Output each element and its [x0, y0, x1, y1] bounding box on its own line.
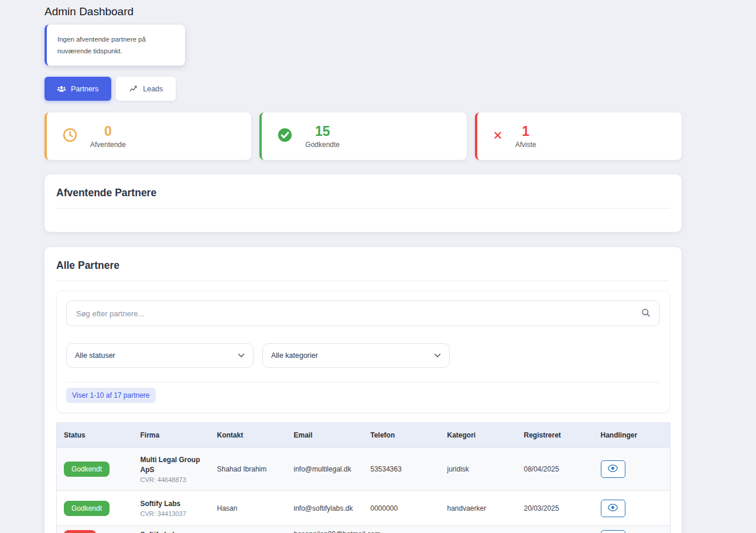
registreret-cell: 20/03/2025: [517, 491, 594, 526]
table-row: Godkendt Softify Labs CVR: 34413037 Hasa…: [57, 491, 671, 526]
view-partner-button[interactable]: [601, 500, 625, 517]
firma-name: Softify Labs: [141, 499, 203, 509]
column-header-handlinger: Handlinger: [594, 423, 671, 447]
firma-cvr: CVR: 44648873: [141, 476, 203, 483]
firma-name: Multi Legal Group ApS: [141, 455, 203, 475]
email-cell: info@softifylabs.dk: [287, 491, 364, 526]
firma-cvr: CVR: 34413037: [141, 510, 203, 517]
users-icon: [57, 86, 66, 93]
status-filter-value: Alle statuser: [75, 351, 115, 360]
filter-panel: Alle statuser Alle kategorier Viser 1-10…: [56, 291, 670, 413]
kategori-cell: juridisk: [440, 447, 517, 491]
view-partner-button[interactable]: [601, 530, 625, 533]
section-divider: [56, 281, 670, 281]
admin-dashboard-page: Admin Dashboard Ingen afventende partner…: [45, 4, 682, 533]
approved-label: Godkendte: [305, 141, 340, 149]
email-cell: info@multilegal.dk: [287, 447, 364, 491]
pending-partners-section: Afventende Partnere: [45, 175, 682, 232]
rejected-label: Afviste: [515, 141, 536, 149]
status-badge: Afvist: [64, 530, 96, 533]
column-header-email: Email: [287, 423, 364, 447]
partners-table: Status Firma Kontakt Email Telefon Kateg…: [56, 422, 671, 533]
column-header-firma: Firma: [134, 423, 210, 447]
x-icon: [493, 131, 502, 142]
category-filter-value: Alle kategorier: [271, 351, 318, 360]
kontakt-cell: [210, 526, 287, 533]
eye-icon: [608, 504, 618, 513]
chevron-down-icon: [238, 351, 245, 360]
stat-card-approved: 15 Godkendte: [259, 112, 466, 160]
stat-cards-row: 0 Afventende 15 Godkendte 1 Afviste: [45, 112, 682, 160]
section-divider: [56, 208, 670, 209]
all-partners-title: Alle Partnere: [56, 259, 670, 272]
pending-notice-text: Ingen afventende partnere på nuværende t…: [57, 36, 146, 54]
category-filter-select[interactable]: Alle kategorier: [262, 343, 450, 368]
status-badge: Godkendt: [64, 462, 110, 477]
tab-leads-label: Leads: [143, 85, 163, 93]
chart-line-icon: [129, 85, 138, 93]
column-header-registreret: Registreret: [517, 423, 594, 447]
tab-partners-label: Partners: [71, 85, 98, 93]
pending-partners-title: Afventende Partnere: [56, 186, 670, 200]
column-header-kategori: Kategori: [440, 423, 517, 447]
page-title: Admin Dashboard: [45, 4, 682, 19]
kontakt-cell: Hasan: [210, 491, 287, 526]
firma-name: Softify Labs: [141, 530, 203, 533]
registreret-cell: 08/04/2025: [517, 447, 594, 491]
tab-partners[interactable]: Partners: [45, 77, 111, 101]
clock-icon: [63, 128, 77, 145]
kategori-cell: handvaerker: [440, 491, 517, 526]
pending-label: Afventende: [90, 141, 126, 149]
search-icon: [641, 308, 651, 320]
rejected-count: 1: [515, 124, 536, 139]
results-count-badge: Viser 1-10 af 17 partnere: [66, 388, 156, 403]
panel-divider: [66, 382, 660, 382]
search-input[interactable]: [66, 300, 660, 326]
status-badge: Godkendt: [64, 501, 110, 516]
kategori-cell: [440, 526, 517, 533]
kontakt-cell: Shahad Ibrahim: [210, 447, 287, 491]
view-partner-button[interactable]: [601, 460, 625, 478]
stat-card-pending: 0 Afventende: [45, 112, 251, 160]
registreret-cell: [517, 526, 594, 533]
tab-leads[interactable]: Leads: [116, 77, 176, 101]
all-partners-section: Alle Partnere Alle statuser Alle kategor…: [45, 247, 682, 533]
tab-bar: Partners Leads: [45, 77, 682, 101]
stat-card-rejected: 1 Afviste: [475, 112, 682, 160]
telefon-cell: 53534363: [364, 447, 440, 491]
approved-count: 15: [305, 124, 340, 139]
check-circle-icon: [278, 128, 292, 145]
table-header-row: Status Firma Kontakt Email Telefon Kateg…: [57, 423, 671, 447]
eye-icon: [608, 464, 618, 474]
pending-notice-card: Ingen afventende partnere på nuværende t…: [45, 25, 185, 66]
telefon-cell: 0000000: [364, 491, 440, 526]
column-header-status: Status: [57, 423, 134, 447]
column-header-kontakt: Kontakt: [210, 423, 287, 447]
column-header-telefon: Telefon: [364, 423, 440, 447]
chevron-down-icon: [434, 351, 441, 360]
pending-count: 0: [90, 124, 126, 139]
email-cell: hasanpilan20@hotmail.com: [287, 526, 364, 533]
status-filter-select[interactable]: Alle statuser: [66, 343, 254, 368]
table-row: Godkendt Multi Legal Group ApS CVR: 4464…: [57, 447, 671, 491]
table-row: Afvist Softify Labs hasanpilan20@hotmail…: [57, 526, 671, 533]
